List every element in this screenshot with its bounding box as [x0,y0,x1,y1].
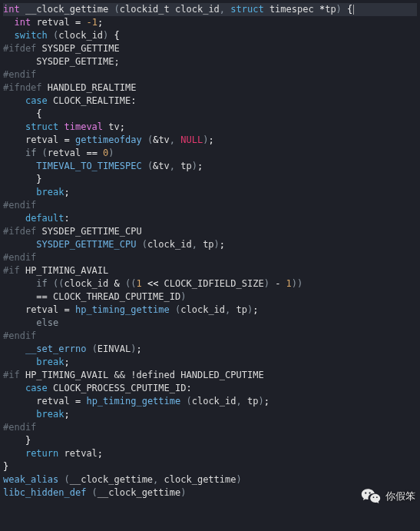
tok-struct: struct [230,4,263,15]
tok-clock_id: clock_id [175,4,220,15]
pp-endif-2: #endif [3,200,36,211]
tok-if2: if [36,278,47,289]
c-HANDLED_REALTIME: HANDLED_REALTIME [48,82,137,93]
pp-if-1: #if [3,265,20,276]
pp-endif-1: #endif [3,69,36,80]
tok-and: && [114,370,125,380]
tok-break3: break [36,409,64,420]
tok-neg1: -1 [86,17,97,28]
tok-timeval: timeval [64,121,104,132]
pp-endif-4: #endif [3,330,36,341]
c-SYSDEP_GETTIME_CPU: SYSDEP_GETTIME_CPU [42,226,142,237]
tok-if1: if [25,148,36,158]
tok-fn-name: __clock_gettime [25,4,108,15]
c-HP_TIMING_AVAIL: HP_TIMING_AVAIL [25,265,108,276]
tok-int2: int [14,17,31,28]
fn-SYSDEP_GETTIME_CPU: SYSDEP_GETTIME_CPU [36,239,136,250]
tok-eq3: = [64,304,70,315]
tok-return: return [25,448,58,459]
tok-EINVAL: EINVAL [98,343,131,354]
tok-struct2: struct [25,121,58,132]
text-caret [353,5,354,15]
fn-TIMEVAL_TO_TIMESPEC: TIMEVAL_TO_TIMESPEC [36,161,141,171]
tok-timespec: timespec [270,4,314,15]
tok-tp: tp [325,4,336,15]
tok-tv: tv [108,121,119,132]
tok-1a: 1 [136,278,141,289]
tok-case2: case [25,383,48,393]
fn-hp_timing_gettime-2: hp_timing_gettime [86,396,180,407]
tok-clock_gettime: clock_gettime [164,474,236,485]
c-CLOCK_PROCESS_CPUTIME_ID: CLOCK_PROCESS_CPUTIME_ID [53,383,186,393]
tok-break1: break [36,187,64,197]
c-SYSDEP_GETTIME: SYSDEP_GETTIME [42,43,120,54]
fn-set_errno: __set_errno [25,343,86,354]
tok-eq4: = [75,396,81,407]
fn-weak_alias: weak_alias [3,474,58,485]
pp-if-2: #if [3,370,20,380]
c-CLOCK_REALTIME: CLOCK_REALTIME [53,95,131,106]
tok-retval: retval [36,17,69,28]
tok-case1: case [25,95,48,106]
tok-switch: switch [14,30,47,41]
tok-shl: << [147,278,158,289]
tok-1b: 1 [286,278,292,289]
code-block: int __clock_gettime (clockid_t clock_id,… [0,0,420,503]
tok-default: default [25,213,64,224]
c-HANDLED_CPUTIME: HANDLED_CPUTIME [180,370,263,380]
code-lines: int __clock_gettime (clockid_t clock_id,… [3,3,417,499]
tok-int: int [3,4,20,15]
tok-eq2: = [64,134,70,145]
tok-else: else [36,317,58,328]
pp-ifndef-1: #ifndef [3,82,42,93]
tok-defined: defined [136,370,175,380]
pp-endif-3: #endif [3,252,36,263]
pp-ifdef-2: #ifdef [3,226,36,237]
tok-NULL: NULL [180,134,203,145]
c-CLOCK_IDFIELD_SIZE: CLOCK_IDFIELD_SIZE [164,278,264,289]
fn-gettimeofday: gettimeofday [75,134,142,145]
tok-eqeq: == [86,148,97,158]
tok-break2: break [36,357,64,367]
tok-eq1: = [75,17,81,28]
c-CLOCK_THREAD_CPUTIME_ID: CLOCK_THREAD_CPUTIME_ID [53,291,180,302]
fn-hp_timing_gettime-1: hp_timing_gettime [75,304,170,315]
fn-libc_hidden_def: libc_hidden_def [3,487,86,498]
pp-endif-5: #endif [3,422,36,433]
tok-clockid_t: clockid_t [120,4,170,15]
c-SYSDEP_GETTIME2: SYSDEP_GETTIME; [36,56,119,67]
pp-ifdef-1: #ifdef [3,43,36,54]
